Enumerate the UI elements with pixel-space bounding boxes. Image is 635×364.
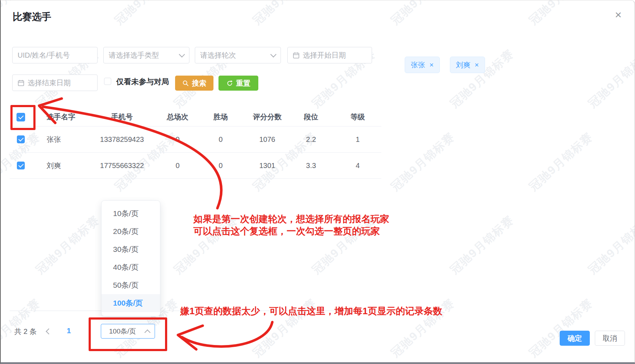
only-unplayed-label: 仅看未参与对局 [116,77,169,87]
page-size-option[interactable]: 20条/页 [102,222,160,240]
search-button[interactable]: 搜索 [175,76,213,91]
competition-players-dialog: 冠驰9月锦标赛冠驰9月锦标赛冠驰9月锦标赛冠驰9月锦标赛冠驰9月锦标赛冠驰9月锦… [0,0,635,364]
column-header-score: 评分分数 [234,112,300,122]
cell-rank: 3.3 [300,162,322,170]
select-all-checkbox[interactable] [17,113,25,121]
watermark-text: 冠驰9月锦标赛 [526,296,596,361]
column-header-level: 等级 [322,112,381,122]
table-header-row: 选手名字 手机号 总场次 胜场 评分分数 段位 等级 [10,108,381,126]
refresh-icon [226,80,233,87]
page-size-select[interactable]: 100条/页 [101,324,155,339]
tag-label: 张张 [411,60,425,70]
cell-name: 刘爽 [32,161,96,171]
check-icon [18,136,24,142]
column-header-wins: 胜场 [207,112,234,122]
page-size-dropdown: 10条/页 20条/页 30条/页 40条/页 50条/页 100条/页 [101,200,160,316]
cell-phone: 17755663322 [96,162,148,170]
page-size-option[interactable]: 10条/页 [102,205,160,222]
cancel-button[interactable]: 取消 [595,331,625,346]
watermark-text: 冠驰9月锦标赛 [526,129,596,195]
annotation-page-size-tip: 嫌1页查的数据太少，可以点击这里，增加每1页显示的记录条数 [180,305,442,317]
table-row[interactable]: 张张 13378259423 0 0 1076 2.2 1 [10,126,381,153]
cell-level: 1 [322,135,381,144]
calendar-icon [293,52,300,59]
page-size-option[interactable]: 40条/页 [102,258,160,276]
player-type-select[interactable]: 请选择选手类型 [103,47,189,63]
watermark-text: 冠驰9月锦标赛 [388,129,458,195]
round-select[interactable]: 请选择轮次 [195,47,281,63]
player-type-placeholder: 请选择选手类型 [109,51,159,60]
cell-wins: 0 [207,162,234,170]
selected-player-tag: 张张 × [405,57,440,73]
tag-close-icon[interactable]: × [475,61,479,69]
pagination-page-1[interactable]: 1 [67,326,71,335]
cell-phone: 13378259423 [96,135,148,144]
check-icon [18,114,24,119]
table-row[interactable]: 刘爽 17755663322 0 0 1301 3.3 4 [10,153,381,179]
annotation-select-all-tip: 如果是第一次创建轮次，想选择所有的报名玩家 可以点击这个复选框，一次勾选一整页的… [193,213,389,237]
search-button-label: 搜索 [192,78,206,88]
reset-button[interactable]: 重置 [218,76,258,91]
cell-name: 张张 [32,135,96,144]
column-header-total: 总场次 [148,112,207,122]
selected-player-tag: 刘爽 × [450,57,485,73]
end-date-picker[interactable]: 选择结束日期 [12,75,98,91]
column-header-phone: 手机号 [96,112,148,122]
page-size-option[interactable]: 50条/页 [102,276,160,294]
watermark-text: 冠驰9月锦标赛 [112,0,182,28]
row-checkbox[interactable] [17,135,25,143]
reset-button-label: 重置 [236,78,250,88]
column-header-rank: 段位 [300,112,322,122]
players-table: 选手名字 手机号 总场次 胜场 评分分数 段位 等级 张张 1337825942… [10,108,381,179]
check-icon [18,162,24,168]
page-title: 比赛选手 [13,10,51,23]
calendar-icon [18,80,24,86]
watermark-text: 冠驰9月锦标赛 [388,0,458,28]
cell-level: 4 [322,162,381,170]
pagination-total: 共 2 条 [14,327,37,336]
watermark-text: 冠驰9月锦标赛 [526,0,596,28]
tag-close-icon[interactable]: × [429,61,434,69]
cell-wins: 0 [207,135,234,144]
close-icon[interactable]: × [615,9,622,20]
page-size-value: 100条/页 [109,327,136,336]
search-icon [182,80,189,87]
cell-score: 1076 [234,135,300,144]
cell-score: 1301 [234,162,300,170]
end-date-placeholder: 选择结束日期 [28,78,71,88]
start-date-placeholder: 选择开始日期 [303,51,346,60]
round-placeholder: 请选择轮次 [200,51,236,60]
column-header-name: 选手名字 [32,112,96,122]
watermark-text: 冠驰9月锦标赛 [33,212,103,278]
watermark-text: 冠驰9月锦标赛 [250,0,320,28]
watermark-text: 冠驰9月锦标赛 [585,212,635,278]
page-size-option-selected[interactable]: 100条/页 [102,294,160,312]
watermark-text: 冠驰9月锦标赛 [447,46,517,111]
cell-rank: 2.2 [300,135,322,144]
cell-total: 0 [148,162,207,170]
chevron-up-icon [145,329,151,335]
watermark-text: 冠驰9月锦标赛 [585,46,635,111]
chevron-down-icon [271,52,277,58]
watermark-text: 冠驰9月锦标赛 [447,212,517,278]
annotation-line: 如果是第一次创建轮次，想选择所有的报名玩家 [193,213,389,225]
cell-total: 0 [148,135,207,144]
start-date-picker[interactable]: 选择开始日期 [287,47,372,63]
chevron-left-icon[interactable] [46,329,52,335]
tag-label: 刘爽 [456,60,470,70]
annotation-line: 可以点击这个复选框，一次勾选一整页的玩家 [193,225,389,237]
chevron-down-icon [179,52,185,58]
confirm-button[interactable]: 确定 [560,331,590,346]
row-checkbox[interactable] [17,162,25,169]
page-size-option[interactable]: 30条/页 [102,240,160,258]
only-unplayed-checkbox[interactable] [104,78,111,85]
keyword-input[interactable] [12,47,98,63]
